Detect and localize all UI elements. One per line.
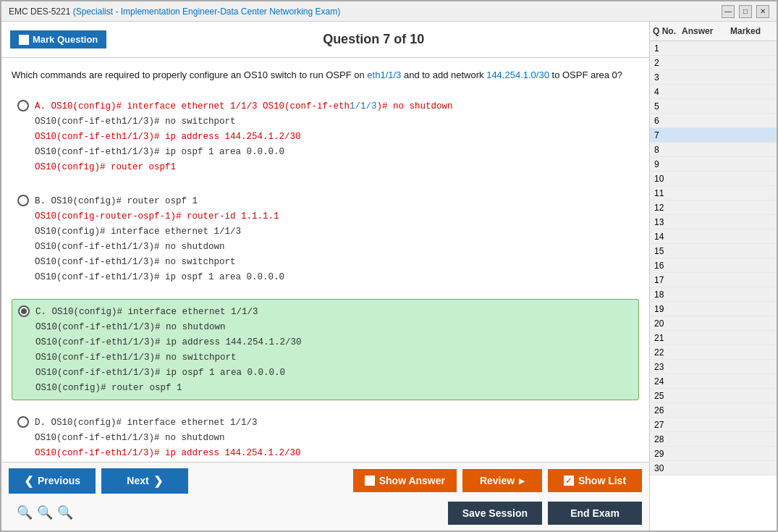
sidebar-answer — [682, 390, 730, 401]
sidebar-row[interactable]: 9 — [650, 157, 777, 172]
sidebar-row[interactable]: 12 — [650, 200, 777, 215]
zoom-controls: 🔍 🔍 🔍 — [9, 500, 81, 526]
zoom-in-button[interactable]: 🔍 — [16, 504, 33, 521]
sidebar-row[interactable]: 20 — [650, 316, 777, 331]
sidebar-qno: 2 — [653, 57, 682, 68]
sidebar-row[interactable]: 21 — [650, 331, 777, 345]
option-b-line4: OS10(conf-if-eth1/1/3)# no shutdown — [35, 242, 225, 252]
sidebar-row[interactable]: 7 — [650, 128, 777, 143]
sidebar-marked — [730, 405, 774, 415]
close-button[interactable]: ✕ — [756, 5, 769, 18]
sidebar-row[interactable]: 24 — [650, 374, 777, 389]
sidebar-row[interactable]: 5 — [650, 99, 777, 114]
sidebar-row[interactable]: 4 — [650, 85, 777, 99]
window-title-sub: (Specialist - Implementation Engineer-Da… — [73, 7, 341, 17]
option-c-line6: OS10(config)# router ospf 1 — [35, 383, 182, 393]
sidebar-answer — [682, 187, 730, 198]
sidebar-qno: 9 — [653, 159, 682, 169]
mark-checkbox-icon — [19, 35, 29, 45]
sidebar-answer — [682, 274, 730, 285]
sidebar-row[interactable]: 30 — [650, 461, 777, 476]
option-b-line5: OS10(conf-if-eth1/1/3)# no switchport — [35, 257, 236, 267]
sidebar-row[interactable]: 18 — [650, 287, 777, 302]
sidebar-row[interactable]: 15 — [650, 244, 777, 258]
sidebar-row[interactable]: 17 — [650, 273, 777, 287]
minimize-button[interactable]: — — [722, 5, 735, 18]
sidebar-marked — [730, 101, 774, 111]
previous-button[interactable]: ❮ Previous — [9, 468, 96, 494]
sidebar-row[interactable]: 28 — [650, 432, 777, 447]
show-list-button[interactable]: ✓ Show List — [548, 469, 642, 492]
option-d[interactable]: D. OS10(config)# interface ethernet 1/1/… — [12, 410, 639, 463]
sidebar-answer — [682, 318, 730, 329]
sidebar-answer — [682, 144, 730, 155]
content-area: Mark Question Question 7 of 10 Which com… — [1, 22, 777, 531]
sidebar-qno: 26 — [653, 405, 682, 415]
sidebar-row[interactable]: 8 — [650, 143, 777, 157]
sidebar-qno: 28 — [653, 434, 682, 444]
sidebar-row[interactable]: 19 — [650, 302, 777, 316]
sidebar-marked — [730, 318, 774, 329]
sidebar-answer — [682, 419, 730, 430]
sidebar-answer — [682, 72, 730, 83]
sidebar-marked — [730, 187, 774, 198]
radio-b[interactable] — [17, 195, 29, 206]
option-c-content: C. OS10(config)# interface ethernet 1/1/… — [35, 304, 302, 395]
show-answer-button[interactable]: Show Answer — [353, 469, 457, 492]
sidebar-marked — [730, 274, 774, 285]
sidebar-row[interactable]: 26 — [650, 403, 777, 418]
sidebar-row[interactable]: 6 — [650, 114, 777, 128]
previous-label: Previous — [38, 475, 80, 486]
sidebar-row[interactable]: 16 — [650, 258, 777, 273]
sidebar-qno: 15 — [653, 245, 682, 256]
main-panel: Mark Question Question 7 of 10 Which com… — [1, 22, 650, 531]
radio-a[interactable] — [17, 100, 29, 111]
sidebar-row[interactable]: 25 — [650, 389, 777, 403]
sidebar-marked — [730, 231, 774, 242]
maximize-button[interactable]: □ — [739, 5, 752, 18]
radio-c[interactable] — [18, 305, 30, 317]
sidebar-marked — [730, 159, 774, 169]
option-a[interactable]: A. OS10(config)# interface ethernet 1/1/… — [12, 94, 639, 179]
sidebar-row[interactable]: 2 — [650, 56, 777, 70]
next-button[interactable]: Next ❯ — [101, 468, 188, 494]
option-c[interactable]: C. OS10(config)# interface ethernet 1/1/… — [12, 299, 639, 400]
sidebar-qno: 16 — [653, 260, 682, 271]
sidebar-marked — [730, 463, 774, 473]
sidebar-row[interactable]: 11 — [650, 186, 777, 200]
footer-row2: 🔍 🔍 🔍 Save Session End Exam — [1, 499, 649, 531]
header-bar: Mark Question Question 7 of 10 — [1, 22, 649, 58]
zoom-out-button[interactable]: 🔍 — [56, 504, 74, 521]
save-session-button[interactable]: Save Session — [448, 502, 542, 525]
sidebar-row[interactable]: 27 — [650, 418, 777, 432]
sidebar-row[interactable]: 1 — [650, 41, 777, 56]
mark-question-button[interactable]: Mark Question — [10, 30, 106, 48]
show-answer-label: Show Answer — [379, 475, 445, 486]
sidebar-qno: 19 — [653, 303, 682, 314]
sidebar-row[interactable]: 3 — [650, 70, 777, 85]
sidebar-qno: 22 — [653, 347, 682, 358]
sidebar-answer — [682, 405, 730, 415]
sidebar-answer — [682, 448, 730, 459]
sidebar-answer — [682, 332, 730, 343]
sidebar-answer — [682, 347, 730, 358]
sidebar-row[interactable]: 13 — [650, 215, 777, 229]
sidebar-qno: 23 — [653, 361, 682, 372]
sidebar-row[interactable]: 14 — [650, 229, 777, 244]
sidebar-qno: 6 — [653, 115, 682, 126]
end-exam-button[interactable]: End Exam — [548, 502, 642, 525]
radio-d[interactable] — [17, 416, 29, 428]
option-b[interactable]: B. OS10(config)# router ospf 1 OS10(conf… — [12, 189, 639, 289]
option-d-line2: OS10(conf-if-eth1/1/3)# no shutdown — [35, 433, 225, 443]
sidebar-qno: 3 — [653, 72, 682, 83]
sidebar-row[interactable]: 10 — [650, 172, 777, 186]
zoom-normal-button[interactable]: 🔍 — [36, 504, 54, 521]
sidebar-row[interactable]: 23 — [650, 360, 777, 374]
show-list-label: Show List — [578, 475, 626, 486]
sidebar: Q No. Answer Marked 12345678910111213141… — [650, 22, 777, 531]
review-button[interactable]: Review ▶ — [462, 469, 542, 492]
sidebar-scroll[interactable]: 1234567891011121314151617181920212223242… — [650, 41, 777, 531]
sidebar-marked — [730, 144, 774, 155]
sidebar-row[interactable]: 29 — [650, 447, 777, 461]
sidebar-row[interactable]: 22 — [650, 345, 777, 360]
